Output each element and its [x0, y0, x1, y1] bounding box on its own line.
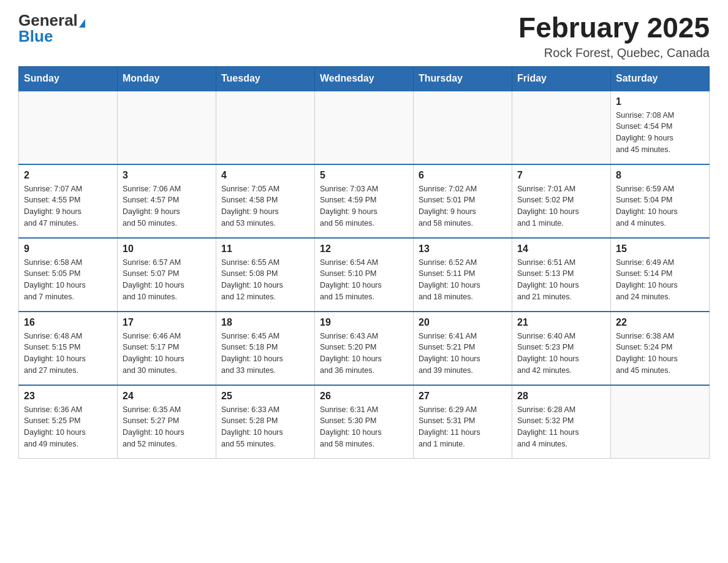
- calendar-week-row: 1Sunrise: 7:08 AM Sunset: 4:54 PM Daylig…: [19, 91, 710, 164]
- calendar-week-row: 16Sunrise: 6:48 AM Sunset: 5:15 PM Dayli…: [19, 312, 710, 385]
- calendar-cell: 12Sunrise: 6:54 AM Sunset: 5:10 PM Dayli…: [315, 238, 414, 312]
- logo-triangle-icon: [79, 19, 85, 28]
- day-number: 6: [419, 170, 507, 181]
- calendar-cell: 1Sunrise: 7:08 AM Sunset: 4:54 PM Daylig…: [611, 91, 710, 164]
- day-info: Sunrise: 6:41 AM Sunset: 5:21 PM Dayligh…: [419, 331, 507, 377]
- day-info: Sunrise: 7:07 AM Sunset: 4:55 PM Dayligh…: [24, 183, 112, 229]
- day-number: 25: [221, 391, 309, 402]
- month-title: February 2025: [518, 12, 710, 44]
- day-info: Sunrise: 6:43 AM Sunset: 5:20 PM Dayligh…: [320, 331, 408, 377]
- calendar-cell: 6Sunrise: 7:02 AM Sunset: 5:01 PM Daylig…: [414, 164, 512, 238]
- day-info: Sunrise: 7:05 AM Sunset: 4:58 PM Dayligh…: [221, 183, 309, 229]
- calendar-cell: [512, 91, 611, 164]
- calendar-cell: 15Sunrise: 6:49 AM Sunset: 5:14 PM Dayli…: [611, 238, 710, 312]
- calendar-body: 1Sunrise: 7:08 AM Sunset: 4:54 PM Daylig…: [19, 91, 710, 459]
- weekday-header-friday: Friday: [512, 66, 611, 91]
- day-number: 17: [123, 317, 211, 328]
- day-number: 9: [24, 243, 112, 255]
- day-number: 19: [320, 317, 408, 328]
- calendar-cell: 9Sunrise: 6:58 AM Sunset: 5:05 PM Daylig…: [19, 238, 118, 312]
- calendar-cell: 18Sunrise: 6:45 AM Sunset: 5:18 PM Dayli…: [216, 312, 315, 385]
- day-info: Sunrise: 6:36 AM Sunset: 5:25 PM Dayligh…: [24, 404, 112, 450]
- logo-blue: Blue: [18, 28, 53, 44]
- location-title: Rock Forest, Quebec, Canada: [518, 46, 710, 60]
- day-info: Sunrise: 6:46 AM Sunset: 5:17 PM Dayligh…: [123, 331, 211, 377]
- calendar-cell: [118, 91, 216, 164]
- calendar-week-row: 23Sunrise: 6:36 AM Sunset: 5:25 PM Dayli…: [19, 385, 710, 459]
- calendar-cell: 11Sunrise: 6:55 AM Sunset: 5:08 PM Dayli…: [216, 238, 315, 312]
- day-number: 13: [419, 243, 507, 255]
- calendar-cell: 23Sunrise: 6:36 AM Sunset: 5:25 PM Dayli…: [19, 385, 118, 459]
- day-number: 1: [616, 96, 704, 107]
- calendar-cell: 17Sunrise: 6:46 AM Sunset: 5:17 PM Dayli…: [118, 312, 216, 385]
- day-info: Sunrise: 6:48 AM Sunset: 5:15 PM Dayligh…: [24, 331, 112, 377]
- calendar-cell: 19Sunrise: 6:43 AM Sunset: 5:20 PM Dayli…: [315, 312, 414, 385]
- day-info: Sunrise: 6:31 AM Sunset: 5:30 PM Dayligh…: [320, 404, 408, 450]
- calendar-cell: 10Sunrise: 6:57 AM Sunset: 5:07 PM Dayli…: [118, 238, 216, 312]
- day-info: Sunrise: 6:40 AM Sunset: 5:23 PM Dayligh…: [517, 331, 605, 377]
- calendar-cell: 2Sunrise: 7:07 AM Sunset: 4:55 PM Daylig…: [19, 164, 118, 238]
- day-info: Sunrise: 6:45 AM Sunset: 5:18 PM Dayligh…: [221, 331, 309, 377]
- day-info: Sunrise: 6:28 AM Sunset: 5:32 PM Dayligh…: [517, 404, 605, 450]
- day-info: Sunrise: 6:51 AM Sunset: 5:13 PM Dayligh…: [517, 257, 605, 303]
- day-number: 15: [616, 243, 704, 255]
- day-info: Sunrise: 6:35 AM Sunset: 5:27 PM Dayligh…: [123, 404, 211, 450]
- calendar-cell: [414, 91, 512, 164]
- calendar-cell: 5Sunrise: 7:03 AM Sunset: 4:59 PM Daylig…: [315, 164, 414, 238]
- calendar-cell: 21Sunrise: 6:40 AM Sunset: 5:23 PM Dayli…: [512, 312, 611, 385]
- day-number: 4: [221, 170, 309, 181]
- day-number: 28: [517, 391, 605, 402]
- calendar-table: SundayMondayTuesdayWednesdayThursdayFrid…: [18, 66, 710, 459]
- calendar-cell: [216, 91, 315, 164]
- day-info: Sunrise: 7:03 AM Sunset: 4:59 PM Dayligh…: [320, 183, 408, 229]
- calendar-cell: 3Sunrise: 7:06 AM Sunset: 4:57 PM Daylig…: [118, 164, 216, 238]
- calendar-cell: 25Sunrise: 6:33 AM Sunset: 5:28 PM Dayli…: [216, 385, 315, 459]
- weekday-header-thursday: Thursday: [414, 66, 512, 91]
- weekday-header-monday: Monday: [118, 66, 216, 91]
- calendar-cell: 4Sunrise: 7:05 AM Sunset: 4:58 PM Daylig…: [216, 164, 315, 238]
- day-number: 24: [123, 391, 211, 402]
- calendar-header: SundayMondayTuesdayWednesdayThursdayFrid…: [19, 66, 710, 91]
- page-header: General Blue February 2025 Rock Forest, …: [18, 12, 710, 60]
- day-info: Sunrise: 6:33 AM Sunset: 5:28 PM Dayligh…: [221, 404, 309, 450]
- day-info: Sunrise: 6:55 AM Sunset: 5:08 PM Dayligh…: [221, 257, 309, 303]
- calendar-cell: [315, 91, 414, 164]
- title-block: February 2025 Rock Forest, Quebec, Canad…: [518, 12, 710, 60]
- day-number: 14: [517, 243, 605, 255]
- calendar-cell: 8Sunrise: 6:59 AM Sunset: 5:04 PM Daylig…: [611, 164, 710, 238]
- logo: General Blue: [18, 12, 85, 44]
- day-info: Sunrise: 7:02 AM Sunset: 5:01 PM Dayligh…: [419, 183, 507, 229]
- day-info: Sunrise: 6:59 AM Sunset: 5:04 PM Dayligh…: [616, 183, 704, 229]
- day-number: 23: [24, 391, 112, 402]
- day-number: 12: [320, 243, 408, 255]
- calendar-cell: 16Sunrise: 6:48 AM Sunset: 5:15 PM Dayli…: [19, 312, 118, 385]
- day-info: Sunrise: 6:29 AM Sunset: 5:31 PM Dayligh…: [419, 404, 507, 450]
- weekday-header-saturday: Saturday: [611, 66, 710, 91]
- day-number: 21: [517, 317, 605, 328]
- day-number: 7: [517, 170, 605, 181]
- day-info: Sunrise: 6:54 AM Sunset: 5:10 PM Dayligh…: [320, 257, 408, 303]
- day-number: 20: [419, 317, 507, 328]
- day-info: Sunrise: 6:38 AM Sunset: 5:24 PM Dayligh…: [616, 331, 704, 377]
- day-info: Sunrise: 7:06 AM Sunset: 4:57 PM Dayligh…: [123, 183, 211, 229]
- day-number: 27: [419, 391, 507, 402]
- calendar-cell: 24Sunrise: 6:35 AM Sunset: 5:27 PM Dayli…: [118, 385, 216, 459]
- day-number: 8: [616, 170, 704, 181]
- calendar-cell: 20Sunrise: 6:41 AM Sunset: 5:21 PM Dayli…: [414, 312, 512, 385]
- day-number: 18: [221, 317, 309, 328]
- day-number: 22: [616, 317, 704, 328]
- weekday-header-wednesday: Wednesday: [315, 66, 414, 91]
- calendar-cell: 14Sunrise: 6:51 AM Sunset: 5:13 PM Dayli…: [512, 238, 611, 312]
- day-number: 16: [24, 317, 112, 328]
- day-number: 10: [123, 243, 211, 255]
- calendar-cell: 13Sunrise: 6:52 AM Sunset: 5:11 PM Dayli…: [414, 238, 512, 312]
- day-info: Sunrise: 6:52 AM Sunset: 5:11 PM Dayligh…: [419, 257, 507, 303]
- calendar-cell: 27Sunrise: 6:29 AM Sunset: 5:31 PM Dayli…: [414, 385, 512, 459]
- weekday-header-sunday: Sunday: [19, 66, 118, 91]
- calendar-week-row: 2Sunrise: 7:07 AM Sunset: 4:55 PM Daylig…: [19, 164, 710, 238]
- calendar-cell: 28Sunrise: 6:28 AM Sunset: 5:32 PM Dayli…: [512, 385, 611, 459]
- calendar-cell: 22Sunrise: 6:38 AM Sunset: 5:24 PM Dayli…: [611, 312, 710, 385]
- day-number: 11: [221, 243, 309, 255]
- day-info: Sunrise: 7:01 AM Sunset: 5:02 PM Dayligh…: [517, 183, 605, 229]
- day-number: 26: [320, 391, 408, 402]
